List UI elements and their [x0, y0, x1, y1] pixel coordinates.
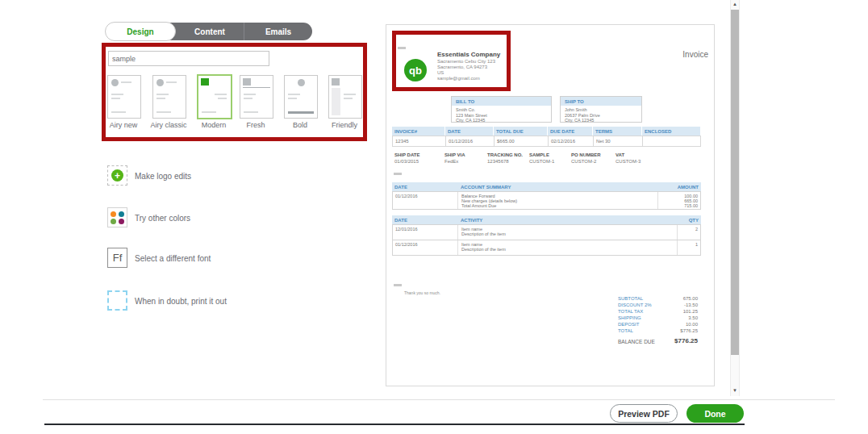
option-select-font[interactable]: Select a different font — [135, 254, 211, 263]
invoice-meta-header-row: INVOICE# DATE TOTAL DUE DUE DATE TERMS E… — [392, 127, 701, 136]
template-thumbnail-modern-selected[interactable] — [197, 74, 232, 119]
summary-col-title: ACCOUNT SUMMARY — [461, 185, 511, 190]
ship-header: TRACKING NO. — [487, 152, 523, 157]
thumb-logo-square — [332, 78, 340, 86]
template-label: Friendly — [322, 121, 367, 129]
total-label: DISCOUNT 2% — [618, 303, 652, 307]
meta-header: ENCLOSED — [642, 127, 700, 136]
invoice-meta-value-row: 12345 01/12/2016 $665.00 02/12/2016 Net … — [392, 136, 701, 147]
meta-header: TOTAL DUE — [494, 127, 547, 136]
meta-header: DUE DATE — [548, 127, 592, 136]
scrollbar-down-icon[interactable]: ▼ — [730, 388, 740, 393]
activity-date: 01/12/2016 — [395, 242, 418, 247]
activity-item: Item name Description of the item — [461, 227, 506, 236]
total-label: SHIPPING — [618, 315, 641, 320]
template-thumbnail-friendly[interactable] — [328, 75, 362, 119]
summary-date: 01/12/2016 — [395, 194, 418, 198]
ship-header: SHIP DATE — [394, 152, 419, 157]
balance-due-label: BALANCE DUE — [618, 339, 655, 344]
print-margins-icon[interactable] — [107, 290, 127, 311]
template-label: Airy classic — [146, 121, 191, 129]
activity-qty: 1 — [695, 242, 698, 247]
account-summary-header: DATE ACCOUNT SUMMARY AMOUNT — [392, 182, 701, 191]
meta-header: DATE — [445, 127, 493, 136]
tab-design[interactable]: Design — [105, 22, 176, 41]
placeholder-dash — [398, 47, 406, 49]
summary-col-date: DATE — [394, 185, 407, 190]
meta-value: 01/12/2016 — [445, 136, 494, 147]
template-thumbnail-airy-classic[interactable] — [152, 75, 186, 119]
activity-col-date: DATE — [394, 218, 407, 223]
tab-content[interactable]: Content — [176, 23, 244, 40]
option-make-logo-edits[interactable]: Make logo edits — [135, 172, 191, 181]
summary-col-amount: AMOUNT — [678, 185, 699, 190]
total-value: -13.50 — [684, 303, 698, 307]
invoice-title: Invoice — [682, 50, 708, 59]
summary-lines: Balance Forward New charges (details bel… — [461, 194, 517, 209]
ship-header: SAMPLE — [529, 152, 549, 157]
total-label: SUBTOTAL — [618, 296, 643, 301]
total-value: 675.00 — [683, 296, 698, 301]
total-value: 10.00 — [686, 322, 698, 327]
option-print-it-out[interactable]: When in doubt, print it out — [135, 297, 227, 306]
activity-col-activity: ACTIVITY — [461, 218, 482, 223]
thumb-logo-square — [201, 78, 209, 86]
thumb-logo-square — [243, 78, 251, 86]
ship-header: PO NUMBER — [571, 152, 601, 157]
footer-divider — [43, 399, 835, 400]
qb-logo-icon[interactable]: qb — [404, 59, 427, 81]
ship-value: CUSTOM-3 — [616, 159, 641, 164]
tab-emails[interactable]: Emails — [244, 23, 312, 40]
template-label: Fresh — [233, 121, 278, 129]
template-thumbnail-fresh[interactable] — [240, 75, 273, 119]
design-tabs: Design Content Emails — [106, 23, 312, 40]
template-label: Airy new — [101, 121, 146, 129]
template-label: Bold — [278, 121, 323, 129]
ship-to-box: SHIP TO John Smith 20637 Palm Drive City… — [560, 96, 642, 123]
total-label: DEPOSIT — [618, 322, 639, 327]
meta-value: 02/12/2016 — [548, 136, 593, 147]
template-name-input[interactable] — [108, 51, 269, 66]
activity-row: 12/01/2016 Item name Description of the … — [392, 224, 701, 240]
meta-value: 12345 — [392, 136, 445, 147]
ship-header: VAT — [616, 152, 624, 157]
scrollbar-up-icon[interactable]: ▲ — [730, 2, 740, 6]
logo-plus-icon[interactable]: + — [107, 165, 127, 186]
company-name: Essentials Company — [437, 51, 500, 58]
font-icon[interactable]: Ff — [107, 248, 127, 268]
ship-value: FedEx — [444, 159, 458, 164]
ship-header: SHIP VIA — [444, 152, 465, 157]
color-dots-icon[interactable] — [107, 207, 127, 227]
scrollbar-thumb[interactable] — [731, 10, 739, 355]
option-try-other-colors[interactable]: Try other colors — [135, 214, 190, 223]
thumb-logo-circle — [298, 79, 305, 86]
bill-to-line: City, CA 12345 — [456, 118, 551, 123]
placeholder-dash — [394, 284, 402, 286]
window-bottom-edge — [44, 424, 745, 425]
thumb-logo-circle — [111, 79, 119, 86]
placeholder-dash — [394, 173, 402, 175]
company-address-line: Sacramento, CA 94273 — [437, 65, 487, 69]
ship-to-header: SHIP TO — [561, 97, 641, 106]
meta-header: INVOICE# — [392, 127, 444, 136]
bill-to-box: BILL TO Smith Co. 123 Main Street City, … — [451, 96, 552, 123]
template-thumbnail-bold[interactable] — [284, 75, 318, 119]
ship-to-line: City, CA 12345 — [565, 118, 641, 123]
done-button[interactable]: Done — [686, 404, 744, 423]
total-label: TOTAL — [618, 328, 633, 333]
activity-row: 01/12/2016 Item name Description of the … — [392, 240, 701, 256]
ship-value: 01/03/2015 — [394, 159, 419, 164]
thumb-logo-circle — [156, 79, 164, 86]
bill-to-header: BILL TO — [452, 97, 551, 106]
total-value: $776.25 — [680, 328, 698, 333]
ship-value: CUSTOM-1 — [529, 159, 554, 164]
meta-header: TERMS — [593, 127, 641, 136]
template-thumbnail-airy-new[interactable] — [107, 75, 141, 119]
meta-value: $665.00 — [494, 136, 548, 147]
template-label: Modern — [191, 121, 236, 129]
ship-value: 12345678 — [487, 159, 509, 164]
plus-icon: + — [111, 169, 123, 182]
summary-amounts: 100.00 665.00 715.00 — [684, 194, 698, 209]
preview-pdf-button[interactable]: Preview PDF — [610, 404, 678, 423]
total-label: TOTAL TAX — [618, 309, 643, 314]
